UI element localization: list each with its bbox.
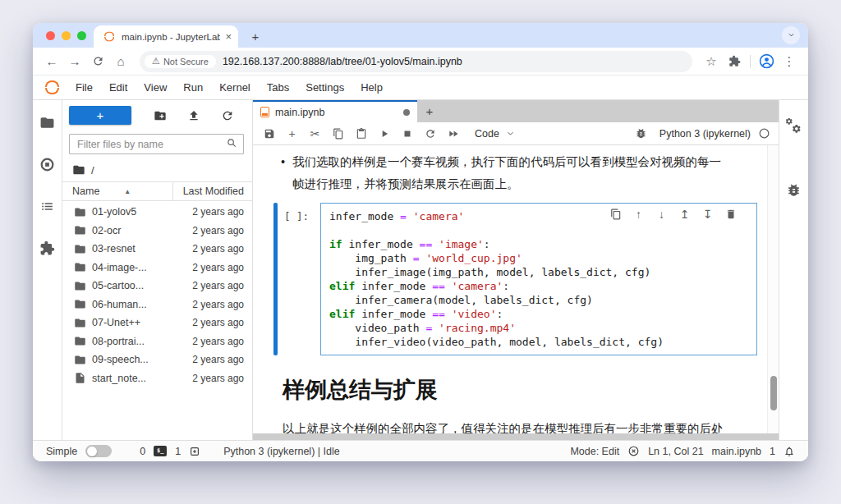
file-row[interactable]: 02-ocr2 years ago (62, 222, 252, 241)
bookmark-button[interactable]: ☆ (701, 51, 722, 72)
file-row[interactable]: 03-resnet2 years ago (62, 240, 252, 259)
tab-search-button[interactable] (782, 26, 800, 44)
extensions-button[interactable] (39, 239, 57, 257)
save-button[interactable] (258, 124, 280, 144)
move-up-button[interactable]: ↑ (632, 207, 646, 221)
reload-button[interactable] (87, 51, 108, 72)
profile-avatar[interactable] (756, 51, 777, 72)
code-editor[interactable]: infer_mode = 'camera' if infer_mode == '… (320, 203, 757, 355)
duplicate-button[interactable] (609, 207, 623, 221)
file-row[interactable]: 05-cartoo...2 years ago (62, 277, 252, 296)
column-last-modified[interactable]: Last Modified (172, 182, 244, 200)
new-launcher-button[interactable]: + (69, 106, 131, 125)
tab-close-icon[interactable]: × (225, 30, 232, 43)
menu-kernel[interactable]: Kernel (211, 81, 259, 94)
notebook-scrollbar[interactable] (767, 145, 779, 433)
kernel-status-text[interactable]: Python 3 (ipykernel) | Idle (223, 446, 340, 457)
new-tab-button[interactable]: + (246, 27, 264, 45)
menu-help[interactable]: Help (352, 81, 391, 94)
fast-forward-button[interactable] (442, 124, 464, 144)
debugger-toggle-button[interactable] (630, 124, 652, 144)
kernel-idle-icon (758, 127, 770, 140)
forward-button[interactable]: → (64, 51, 85, 72)
property-inspector-button[interactable] (786, 118, 802, 137)
toc-icon (39, 199, 55, 214)
files-button[interactable] (39, 113, 57, 131)
unsaved-dot-icon[interactable] (403, 109, 410, 116)
chevron-down-icon (787, 30, 796, 39)
kernel-name[interactable]: Python 3 (ipykernel) (659, 128, 751, 140)
avatar-icon (759, 53, 774, 69)
refresh-files-button[interactable] (210, 109, 244, 122)
cut-button[interactable]: ✂ (304, 124, 326, 144)
scrollbar-thumb[interactable] (770, 376, 777, 410)
file-row[interactable]: 04-image-...2 years ago (62, 259, 252, 277)
add-button[interactable]: + (281, 124, 303, 144)
folder-row-icon (74, 224, 86, 236)
minimize-window-button[interactable] (62, 31, 71, 40)
address-bar[interactable]: ⚠ Not Secure 192.168.137.200:8888/lab/tr… (140, 51, 692, 72)
delete-button[interactable] (724, 207, 738, 221)
file-row[interactable]: 08-portrai...2 years ago (62, 332, 252, 351)
new-folder-button[interactable] (143, 109, 177, 122)
menu-edit[interactable]: Edit (101, 81, 136, 94)
toc-button[interactable] (39, 197, 57, 215)
files-icon (72, 163, 85, 176)
code-cell[interactable]: [ ]: infer_mode = 'camera' if infer_mode… (273, 203, 757, 355)
file-filter-box[interactable] (69, 134, 244, 154)
breadcrumb[interactable]: / (62, 158, 252, 181)
extensions-button[interactable] (724, 51, 745, 72)
home-button[interactable]: ⌂ (110, 51, 131, 72)
file-row[interactable]: 06-human...2 years ago (62, 296, 252, 314)
notebook-tab[interactable]: main.ipynb (253, 100, 417, 122)
kernel-sessions-icon[interactable] (189, 446, 200, 457)
markdown-heading: 样例总结与扩展 (283, 375, 757, 405)
refresh-icon (221, 109, 234, 122)
offline-status-icon[interactable] (627, 445, 640, 457)
menu-run[interactable]: Run (175, 81, 211, 94)
browser-tab-strip: main.ipynb - JupyterLab × + (33, 23, 808, 48)
url-text: 192.168.137.200:8888/lab/tree/01-yolov5/… (223, 56, 688, 67)
stop-button[interactable] (396, 124, 418, 144)
running-button[interactable] (39, 155, 57, 173)
copy-button[interactable] (327, 124, 349, 144)
browser-menu-button[interactable]: ⋮ (779, 51, 800, 72)
add-dock-tab-button[interactable]: + (417, 100, 442, 122)
insert-above-button[interactable]: ↥ (678, 207, 692, 221)
menu-settings[interactable]: Settings (297, 81, 352, 94)
file-row[interactable]: start_note...2 years ago (62, 369, 252, 388)
close-window-button[interactable] (46, 31, 55, 40)
cell-type-dropdown[interactable]: Code (475, 128, 499, 140)
browser-tab[interactable]: main.ipynb - JupyterLab × (94, 25, 238, 48)
upload-button[interactable] (177, 109, 210, 122)
insert-below-button[interactable]: ↧ (701, 207, 715, 221)
cursor-position[interactable]: Ln 1, Col 21 (648, 446, 703, 457)
notebook-toolbar: +✂ Code Python 3 (ipykernel) (253, 122, 779, 145)
menu-tabs[interactable]: Tabs (259, 81, 297, 94)
kernel-status-icon[interactable] (758, 127, 770, 140)
breadcrumb-root[interactable]: / (91, 164, 94, 176)
security-chip[interactable]: ⚠ Not Secure (145, 55, 216, 68)
simple-mode-toggle[interactable] (85, 445, 112, 457)
zoom-window-button[interactable] (77, 31, 86, 40)
restart-button[interactable] (419, 124, 441, 144)
file-row[interactable]: 09-speech...2 years ago (62, 351, 252, 369)
markdown-bullet: 我们选取的样例是一个赛车视频，执行下面的代码后可以看到模型会对视频的每一帧进行推… (292, 151, 757, 195)
statusbar-filename[interactable]: main.ipynb (712, 446, 761, 457)
column-name[interactable]: Name ▲ (72, 186, 172, 197)
back-button[interactable]: ← (41, 51, 62, 72)
paste-button[interactable] (350, 124, 372, 144)
file-row[interactable]: 07-Unet++2 years ago (62, 314, 252, 332)
move-down-button[interactable]: ↓ (655, 207, 669, 221)
bell-icon[interactable] (784, 446, 795, 457)
jupyter-favicon (103, 31, 114, 41)
debugger-button[interactable] (786, 182, 802, 201)
property-inspector-icon (786, 118, 802, 134)
file-row[interactable]: 01-yolov52 years ago (62, 203, 252, 222)
chevron-down-icon[interactable] (505, 128, 516, 139)
run-button[interactable] (373, 124, 395, 144)
menu-file[interactable]: File (67, 81, 101, 94)
file-filter-input[interactable] (76, 138, 221, 151)
debugger-icon (635, 127, 647, 140)
menu-view[interactable]: View (136, 81, 175, 94)
